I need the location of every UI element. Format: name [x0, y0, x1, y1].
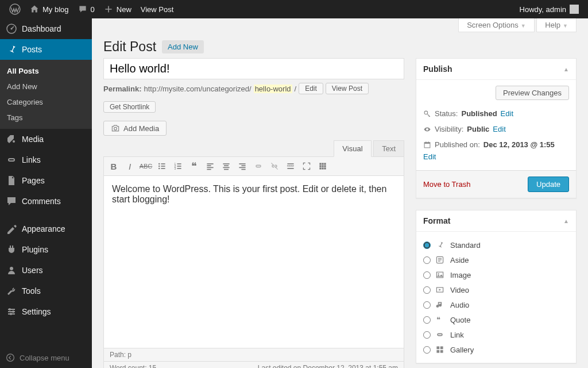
- align-center-button[interactable]: [219, 159, 234, 173]
- format-radio[interactable]: [423, 316, 431, 324]
- bold-button[interactable]: B: [106, 159, 121, 173]
- menu-appearance-label: Appearance: [22, 224, 65, 233]
- blockquote-button[interactable]: ❝: [187, 159, 202, 173]
- edit-status-link[interactable]: Edit: [501, 109, 513, 118]
- post-title-input[interactable]: [103, 58, 404, 79]
- preview-changes-button[interactable]: Preview Changes: [496, 86, 569, 100]
- svg-point-49: [424, 111, 428, 114]
- bullet-list-button[interactable]: [154, 159, 169, 173]
- collapse-label: Collapse menu: [20, 354, 69, 362]
- edit-visibility-link[interactable]: Edit: [493, 125, 505, 133]
- format-radio[interactable]: [423, 286, 431, 294]
- page-title: Edit Post Add New: [103, 32, 577, 58]
- editor-body[interactable]: Welcome to WordPress. This is your first…: [103, 176, 404, 348]
- svg-rect-41: [322, 163, 323, 164]
- dashboard-icon: [6, 23, 17, 34]
- menu-comments[interactable]: Comments: [0, 191, 92, 212]
- format-label: Quote: [450, 316, 470, 324]
- more-button[interactable]: [283, 159, 298, 173]
- menu-appearance[interactable]: Appearance: [0, 218, 92, 239]
- format-radio[interactable]: [423, 271, 431, 279]
- edit-slug-button[interactable]: Edit: [299, 83, 323, 94]
- menu-tools[interactable]: Tools: [0, 281, 92, 301]
- get-shortlink-button[interactable]: Get Shortlink: [103, 101, 156, 113]
- menu-links[interactable]: Links: [0, 150, 92, 170]
- align-right-button[interactable]: [235, 159, 250, 173]
- plus-icon: [104, 5, 113, 14]
- status-value: Published: [461, 109, 497, 118]
- comments-menu-icon: [6, 195, 17, 207]
- format-box-header[interactable]: Format ▲: [416, 210, 576, 232]
- format-option-gallery[interactable]: Gallery: [423, 342, 569, 357]
- comments-link[interactable]: 0: [74, 0, 99, 18]
- submenu-all-posts[interactable]: All Posts: [0, 63, 92, 79]
- edit-date-link[interactable]: Edit: [423, 152, 569, 161]
- svg-point-9: [12, 310, 14, 313]
- view-post-button[interactable]: View Post: [326, 83, 369, 94]
- collapse-menu[interactable]: Collapse menu: [0, 347, 92, 368]
- svg-rect-31: [223, 167, 229, 168]
- menu-links-label: Links: [22, 155, 41, 164]
- help-tab[interactable]: Help▼: [536, 18, 577, 32]
- publish-box-header[interactable]: Publish ▲: [416, 59, 576, 80]
- svg-rect-65: [440, 350, 443, 353]
- format-radio[interactable]: [423, 301, 431, 309]
- unlink-button[interactable]: [267, 159, 282, 173]
- content-area: Screen Options▼ Help▼ Edit Post Add New …: [92, 18, 588, 368]
- submenu-categories[interactable]: Categories: [0, 94, 92, 110]
- strike-button[interactable]: ABC: [138, 159, 153, 173]
- add-media-button[interactable]: Add Media: [103, 121, 167, 136]
- format-option-audio[interactable]: Audio: [423, 297, 569, 312]
- my-account-link[interactable]: Howdy, admin: [515, 0, 583, 18]
- format-option-quote[interactable]: ❝Quote: [423, 312, 569, 327]
- new-content-link[interactable]: New: [99, 0, 136, 18]
- format-radio[interactable]: [423, 241, 431, 249]
- update-button[interactable]: Update: [528, 177, 569, 192]
- format-radio[interactable]: [423, 331, 431, 339]
- svg-point-59: [438, 273, 439, 274]
- permalink-slug[interactable]: hello-world: [254, 85, 292, 93]
- svg-point-2: [11, 28, 13, 30]
- format-option-aside[interactable]: Aside: [423, 252, 569, 267]
- audio-icon: [435, 300, 446, 309]
- submenu-tags[interactable]: Tags: [0, 110, 92, 125]
- align-left-button[interactable]: [203, 159, 218, 173]
- screen-options-tab[interactable]: Screen Options▼: [458, 18, 535, 32]
- move-to-trash-link[interactable]: Move to Trash: [423, 180, 470, 189]
- key-icon: [423, 110, 431, 118]
- permalink-row: Permalink: http://mysite.com/uncategoriz…: [103, 79, 404, 98]
- italic-button[interactable]: I: [122, 159, 137, 173]
- view-post-link[interactable]: View Post: [136, 0, 179, 18]
- link-button[interactable]: [251, 159, 266, 173]
- menu-dashboard[interactable]: Dashboard: [0, 18, 92, 39]
- menu-settings[interactable]: Settings: [0, 301, 92, 322]
- menu-plugins[interactable]: Plugins: [0, 239, 92, 260]
- menu-media[interactable]: Media: [0, 129, 92, 150]
- tab-text[interactable]: Text: [373, 140, 404, 157]
- menu-posts[interactable]: Posts: [0, 39, 92, 60]
- format-radio[interactable]: [423, 256, 431, 264]
- number-list-button[interactable]: 123: [171, 159, 185, 173]
- wp-logo[interactable]: [5, 0, 25, 18]
- format-radio[interactable]: [423, 346, 431, 354]
- format-option-link[interactable]: Link: [423, 327, 569, 342]
- site-name-link[interactable]: My blog: [25, 0, 74, 18]
- published-label: Published on:: [435, 140, 480, 149]
- menu-pages[interactable]: Pages: [0, 170, 92, 191]
- kitchen-sink-button[interactable]: [315, 159, 330, 173]
- svg-point-15: [158, 166, 160, 167]
- format-option-video[interactable]: Video: [423, 282, 569, 297]
- submenu-add-new[interactable]: Add New: [0, 79, 92, 94]
- svg-rect-45: [324, 165, 326, 167]
- svg-point-12: [114, 127, 117, 130]
- format-option-image[interactable]: Image: [423, 267, 569, 282]
- menu-users[interactable]: Users: [0, 260, 92, 281]
- fullscreen-button[interactable]: [299, 159, 314, 173]
- aside-icon: [435, 255, 446, 264]
- calendar-icon: [423, 141, 431, 149]
- add-new-button[interactable]: Add New: [162, 40, 204, 53]
- format-label: Link: [450, 331, 464, 339]
- menu-media-label: Media: [22, 135, 44, 144]
- format-option-standard[interactable]: Standard: [423, 237, 569, 252]
- tab-visual[interactable]: Visual: [334, 140, 371, 157]
